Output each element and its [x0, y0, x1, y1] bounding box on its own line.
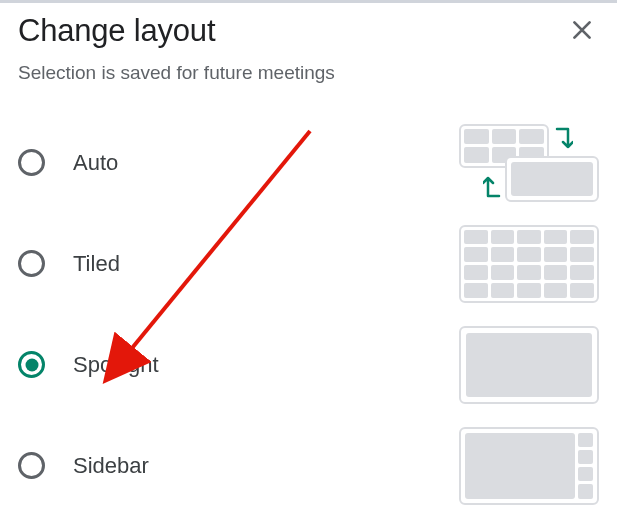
dialog-subtitle: Selection is saved for future meetings: [0, 52, 617, 84]
dialog-header: Change layout: [0, 3, 617, 52]
layout-label-spotlight: Spotlight: [73, 352, 459, 378]
layout-option-spotlight[interactable]: Spotlight: [18, 314, 599, 415]
layout-label-auto: Auto: [73, 150, 459, 176]
close-icon[interactable]: [565, 13, 599, 52]
radio-sidebar[interactable]: [18, 452, 45, 479]
layout-thumbnail-tiled: [459, 225, 599, 303]
layout-thumbnail-spotlight: [459, 326, 599, 404]
layout-label-sidebar: Sidebar: [73, 453, 459, 479]
layout-label-tiled: Tiled: [73, 251, 459, 277]
layout-option-sidebar[interactable]: Sidebar: [18, 415, 599, 516]
dialog-title: Change layout: [18, 13, 215, 49]
radio-tiled[interactable]: [18, 250, 45, 277]
radio-spotlight[interactable]: [18, 351, 45, 378]
layout-option-auto[interactable]: Auto: [18, 112, 599, 213]
radio-auto[interactable]: [18, 149, 45, 176]
layout-option-tiled[interactable]: Tiled: [18, 213, 599, 314]
layout-options: Auto Tiled Spotlight Sidebar: [0, 84, 617, 516]
layout-thumbnail-auto: [459, 124, 599, 202]
layout-thumbnail-sidebar: [459, 427, 599, 505]
